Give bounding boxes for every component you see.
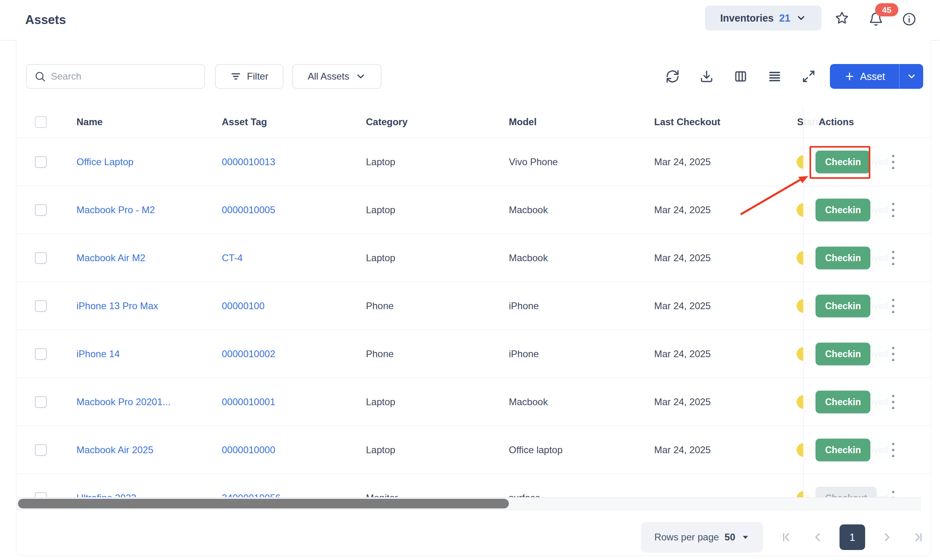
category-cell: Laptop	[366, 396, 395, 408]
table-row: Macbook Air 2025 0000010000 Laptop Offic…	[16, 426, 931, 474]
rows-per-page-dropdown[interactable]: Rows per page 50	[641, 522, 763, 552]
row-checkbox[interactable]	[35, 348, 47, 360]
info-icon[interactable]	[901, 11, 917, 27]
checkin-button[interactable]: Checkin	[815, 198, 870, 221]
chevron-down-icon	[796, 13, 806, 23]
chevron-down-icon	[355, 71, 366, 82]
kebab-menu-icon[interactable]	[885, 246, 901, 270]
asset-name-link[interactable]: iPhone 13 Pro Max	[76, 300, 158, 312]
checkin-button[interactable]: Checkin	[815, 150, 870, 173]
asset-name-link[interactable]: Macbook Air M2	[76, 252, 145, 264]
assets-table: Name Asset Tag Category Model Last Check…	[16, 106, 931, 502]
page-title: Assets	[25, 13, 66, 27]
model-cell: Macbook	[509, 204, 548, 216]
category-cell: Phone	[366, 300, 394, 312]
fullscreen-expand-icon[interactable]	[801, 69, 816, 84]
row-checkbox[interactable]	[35, 300, 47, 312]
table-row: iPhone 13 Pro Max 00000100 Phone iPhone …	[16, 282, 931, 330]
horizontal-scrollbar-thumb[interactable]	[18, 499, 509, 508]
previous-page-button[interactable]	[808, 524, 828, 550]
add-asset-button[interactable]: Asset	[830, 64, 899, 89]
actions-cell: Checkin	[803, 138, 931, 186]
table-body: Office Laptop 0000010013 Laptop Vivo Pho…	[16, 138, 931, 502]
bell-icon[interactable]: 45	[868, 11, 884, 27]
chevron-down-icon	[906, 71, 917, 82]
checkin-button[interactable]: Checkin	[815, 294, 870, 317]
asset-name-link[interactable]: Macbook Pro 20201...	[76, 396, 171, 408]
model-cell: Vivo Phone	[509, 156, 558, 168]
category-cell: Laptop	[366, 444, 395, 456]
search-icon	[34, 70, 46, 82]
category-cell: Laptop	[366, 252, 395, 264]
category-cell: Phone	[366, 348, 394, 360]
toolbar: Filter All Assets	[16, 64, 931, 89]
checkin-button[interactable]: Checkin	[815, 246, 870, 269]
filter-icon	[230, 71, 241, 82]
export-download-icon[interactable]	[699, 69, 714, 84]
row-density-icon[interactable]	[767, 69, 782, 84]
kebab-menu-icon[interactable]	[885, 294, 901, 318]
table-tools	[665, 64, 816, 89]
asset-tag-link[interactable]: 00000100	[222, 300, 265, 312]
table-row: Office Laptop 0000010013 Laptop Vivo Pho…	[16, 138, 931, 186]
actions-header-cell: Actions	[803, 106, 931, 138]
kebab-menu-icon[interactable]	[885, 198, 901, 222]
row-checkbox[interactable]	[35, 156, 47, 168]
checkin-button[interactable]: Checkin	[815, 390, 870, 413]
current-page-button[interactable]: 1	[840, 524, 865, 550]
star-icon[interactable]	[834, 10, 850, 26]
table-row: Macbook Pro - M2 0000010005 Laptop Macbo…	[16, 186, 931, 234]
horizontal-scrollbar-track[interactable]	[16, 497, 921, 510]
checkin-button[interactable]: Checkin	[815, 438, 870, 461]
inventories-dropdown[interactable]: Inventories 21	[705, 6, 821, 30]
asset-name-link[interactable]: Office Laptop	[76, 156, 133, 168]
column-header-model[interactable]: Model	[509, 116, 536, 128]
columns-icon[interactable]	[733, 69, 748, 84]
model-cell: iPhone	[509, 348, 539, 360]
asset-scope-dropdown[interactable]: All Assets	[292, 64, 382, 89]
checkin-button[interactable]: Checkin	[815, 342, 870, 365]
model-cell: iPhone	[509, 300, 539, 312]
actions-cell: Checkin	[803, 330, 931, 378]
actions-body: Checkin Checkin Checkin Checkin Checkin …	[803, 138, 931, 502]
column-header-asset-tag[interactable]: Asset Tag	[222, 116, 267, 128]
last-page-button[interactable]	[908, 524, 928, 550]
asset-tag-link[interactable]: 0000010005	[222, 204, 275, 216]
table-row: iPhone 14 0000010002 Phone iPhone Mar 24…	[16, 330, 931, 378]
kebab-menu-icon[interactable]	[885, 150, 901, 174]
refresh-icon[interactable]	[665, 69, 680, 84]
assets-page: Assets Inventories 21 45	[0, 0, 940, 560]
column-header-actions: Actions	[819, 116, 854, 128]
row-checkbox[interactable]	[35, 444, 47, 456]
asset-tag-link[interactable]: 0000010001	[222, 396, 275, 408]
asset-tag-link[interactable]: 0000010000	[222, 444, 275, 456]
kebab-menu-icon[interactable]	[885, 390, 901, 414]
asset-name-link[interactable]: Macbook Pro - M2	[76, 204, 155, 216]
asset-tag-link[interactable]: CT-4	[222, 252, 243, 264]
assets-card: Filter All Assets	[16, 40, 931, 556]
search-input[interactable]	[51, 71, 197, 82]
column-header-category[interactable]: Category	[366, 116, 408, 128]
category-cell: Laptop	[366, 204, 395, 216]
row-checkbox[interactable]	[35, 252, 47, 264]
pager: 1	[777, 524, 928, 550]
first-page-button[interactable]	[777, 524, 796, 550]
last-checkout-cell: Mar 24, 2025	[654, 348, 711, 360]
kebab-menu-icon[interactable]	[885, 342, 901, 366]
asset-tag-link[interactable]: 0000010002	[222, 348, 275, 360]
kebab-menu-icon[interactable]	[885, 438, 901, 462]
last-checkout-cell: Mar 24, 2025	[654, 444, 711, 456]
add-asset-menu-button[interactable]	[899, 64, 923, 89]
asset-name-link[interactable]: Macbook Air 2025	[76, 444, 153, 456]
select-all-checkbox[interactable]	[35, 116, 47, 128]
row-checkbox[interactable]	[35, 204, 47, 216]
last-checkout-cell: Mar 24, 2025	[654, 396, 711, 408]
actions-cell: Checkin	[803, 186, 931, 234]
column-header-name[interactable]: Name	[76, 116, 102, 128]
filter-button[interactable]: Filter	[215, 64, 283, 89]
row-checkbox[interactable]	[35, 396, 47, 408]
asset-tag-link[interactable]: 0000010013	[222, 156, 275, 168]
next-page-button[interactable]	[877, 524, 896, 550]
column-header-last-checkout[interactable]: Last Checkout	[654, 116, 720, 128]
asset-name-link[interactable]: iPhone 14	[76, 348, 120, 360]
